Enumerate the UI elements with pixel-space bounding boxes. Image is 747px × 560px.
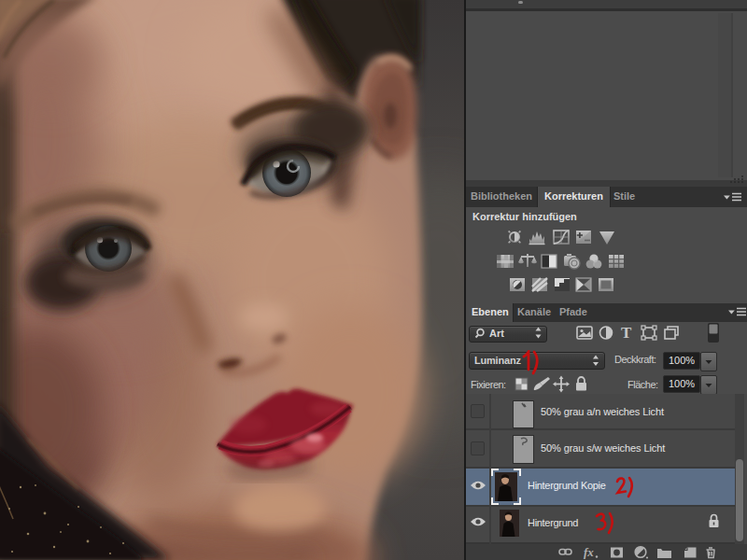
svg-text:fx: fx — [584, 545, 594, 559]
svg-text:T: T — [621, 324, 632, 342]
